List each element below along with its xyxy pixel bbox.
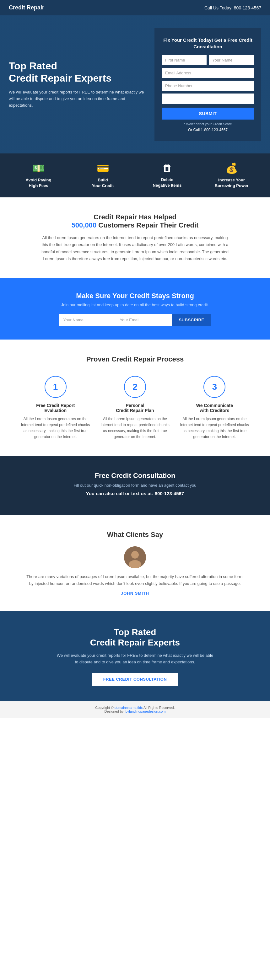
cta-dark-title: Free Credit Consultation xyxy=(19,472,251,480)
step-2-body: All the Lorem Ipsum generators on the In… xyxy=(98,416,171,440)
extra-input[interactable] xyxy=(162,94,254,104)
hero-text: Top Rated Credit Repair Experts We will … xyxy=(9,60,155,108)
stats-body: All the Lorem Ipsum generators on the In… xyxy=(41,234,229,262)
feature-delete-items: 🗑 DeleteNegative Items xyxy=(135,162,200,189)
features-section: 💵 Avoid PayingHigh Fees 💳 BuildYour Cred… xyxy=(0,153,270,197)
form-email-row xyxy=(162,68,254,78)
process-steps: 1 Free Credit ReportEvaluation All the L… xyxy=(19,376,251,440)
feature-borrowing-power: 💰 Increase YourBorrowing Power xyxy=(200,162,264,189)
feature-borrowing-label: Increase YourBorrowing Power xyxy=(203,177,260,189)
footer-hero-section: Top Rated Credit Repair Experts We will … xyxy=(0,611,270,702)
form-or-call: Or Call 1-800-123-4567 xyxy=(162,128,254,132)
header-phone-number: 800-123-4567 xyxy=(234,5,261,10)
footer-domain-link[interactable]: domainnname.tldx xyxy=(115,706,143,710)
step-circle-2: 2 xyxy=(124,376,146,398)
footer-designed-by: Designed by: bylandingpagedesign.com xyxy=(9,710,261,713)
testimonial-body: There are many variations of passages of… xyxy=(25,573,245,587)
avatar xyxy=(124,546,146,568)
form-extra-row xyxy=(162,94,254,104)
form-note: * Won't affect your Credit Score xyxy=(162,122,254,126)
first-name-input[interactable] xyxy=(162,55,206,65)
subscribe-button[interactable]: SUBSCRIBE xyxy=(172,314,211,326)
subscribe-section: Make Sure Your Credit Stays Strong Join … xyxy=(0,278,270,339)
subscribe-subtitle: Join our mailing list and keep up to dat… xyxy=(19,302,251,307)
subscribe-email-input[interactable] xyxy=(115,314,172,326)
step-3-body: All the Lorem Ipsum generators on the In… xyxy=(178,416,251,440)
coins-icon: 💵 xyxy=(10,162,67,174)
email-input[interactable] xyxy=(162,68,254,78)
feature-avoid-fees-label: Avoid PayingHigh Fees xyxy=(10,177,67,189)
process-step-1: 1 Free Credit ReportEvaluation All the L… xyxy=(19,376,92,440)
feature-delete-label: DeleteNegative Items xyxy=(138,177,196,188)
footer-cta-button[interactable]: FREE CREDIT CONSULTATION xyxy=(92,673,178,686)
call-label: Call Us Today: xyxy=(204,5,233,10)
footer-designer-link[interactable]: bylandingpagedesign.com xyxy=(126,710,166,713)
feature-build-credit: 💳 BuildYour Credit xyxy=(70,162,135,189)
logo: Credit Repair xyxy=(9,5,44,11)
hero-description: We will evaluate your credit reports for… xyxy=(9,89,148,108)
footer-hero-title: Top Rated Credit Repair Experts xyxy=(25,627,245,648)
header-phone: Call Us Today: 800-123-4567 xyxy=(204,5,261,10)
subscribe-name-input[interactable] xyxy=(59,314,115,326)
testimonial-name: JOHN SMITH xyxy=(25,591,245,596)
site-footer: Copyright © domainnname.tldx All Rights … xyxy=(0,702,270,718)
site-header: Credit Repair Call Us Today: 800-123-456… xyxy=(0,0,270,15)
cta-dark-section: Free Credit Consultation Fill out our qu… xyxy=(0,456,270,515)
step-1-title: Free Credit ReportEvaluation xyxy=(19,403,92,413)
stats-section: Credit Repair Has Helped 500,000 Custome… xyxy=(0,197,270,278)
testimonial-title: What Clients Say xyxy=(25,531,245,539)
stats-title2: Customers Repair Their Credit xyxy=(98,221,198,229)
consultation-form-box: Fix Your Credit Today! Get a Free Credit… xyxy=(155,28,261,141)
testimonial-section: What Clients Say There are many variatio… xyxy=(0,515,270,611)
process-section: Proven Credit Repair Process 1 Free Cred… xyxy=(0,339,270,456)
subscribe-row: SUBSCRIBE xyxy=(19,314,251,326)
feature-build-credit-label: BuildYour Credit xyxy=(74,177,132,189)
hero-section: Top Rated Credit Repair Experts We will … xyxy=(0,15,270,153)
your-name-input[interactable] xyxy=(209,55,254,65)
process-step-2: 2 PersonalCredit Repair Plan All the Lor… xyxy=(98,376,171,440)
trash-icon: 🗑 xyxy=(138,162,196,174)
form-title: Fix Your Credit Today! Get a Free Credit… xyxy=(162,37,254,50)
cta-dark-subtitle: Fill out our quick non-obligation form a… xyxy=(19,483,251,488)
form-phone-row xyxy=(162,81,254,91)
avatar-image xyxy=(124,546,146,568)
step-2-title: PersonalCredit Repair Plan xyxy=(98,403,171,413)
process-step-3: 3 We Communicatewith Creditors All the L… xyxy=(178,376,251,440)
submit-button[interactable]: SUBMIT xyxy=(162,108,254,119)
process-title: Proven Credit Repair Process xyxy=(19,355,251,363)
footer-copyright: Copyright © domainnname.tldx All Rights … xyxy=(9,706,261,710)
step-3-title: We Communicatewith Creditors xyxy=(178,403,251,413)
step-1-body: All the Lorem Ipsum generators on the In… xyxy=(19,416,92,440)
footer-hero-description: We will evaluate your credit reports for… xyxy=(56,652,214,666)
hero-title: Top Rated Credit Repair Experts xyxy=(9,60,148,84)
step-circle-3: 3 xyxy=(203,376,225,398)
cta-dark-phone: You can also call or text us at: 800-123… xyxy=(19,491,251,496)
stats-title: Credit Repair Has Helped 500,000 Custome… xyxy=(19,213,251,229)
svg-point-1 xyxy=(131,551,139,558)
subscribe-title: Make Sure Your Credit Stays Strong xyxy=(19,292,251,300)
phone-input[interactable] xyxy=(162,81,254,91)
form-name-row xyxy=(162,55,254,65)
money-icon: 💰 xyxy=(203,162,260,174)
cta-dark-phone-number: 800-123-4567 xyxy=(155,491,184,496)
feature-avoid-fees: 💵 Avoid PayingHigh Fees xyxy=(6,162,70,189)
step-circle-1: 1 xyxy=(45,376,67,398)
credit-icon: 💳 xyxy=(74,162,132,174)
stats-highlight: 500,000 xyxy=(72,221,97,229)
